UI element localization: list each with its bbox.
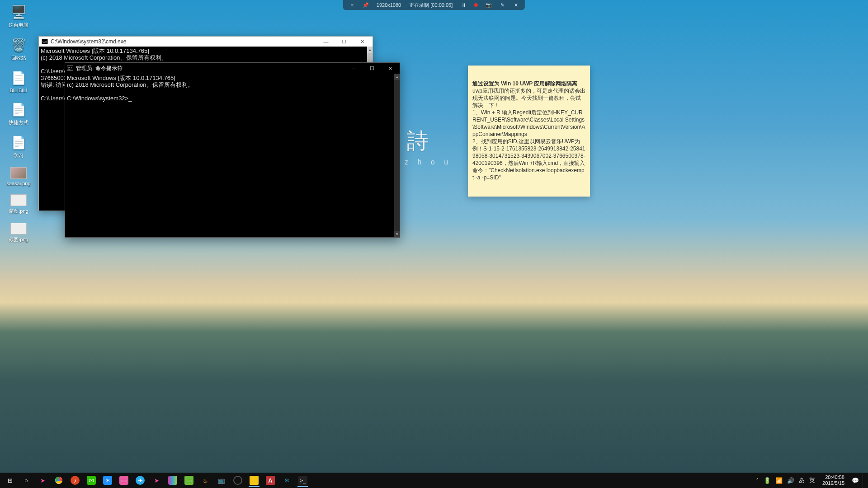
start-button[interactable]: ⊞ [3, 474, 17, 487]
system-tray: ˄ 🔋 📶 🔊 あ 英 20:40:58 2019/5/15 💬 [754, 474, 861, 486]
note-icon [250, 476, 259, 485]
cmd-icon: C:\ [67, 66, 73, 71]
taskbar-app[interactable]: ➤ [35, 474, 50, 487]
icon-label: 这台电脑 [9, 22, 28, 28]
scroll-down-icon[interactable]: ▾ [394, 231, 400, 237]
doc-icon: 📄 [10, 101, 27, 117]
tray-chevron-icon[interactable]: ˄ [756, 477, 759, 484]
flame-icon: ♨ [201, 476, 210, 485]
sticky-note[interactable]: 通过设置为 Win 10 UWP 应用解除网络隔离 uwp应用我用的还挺多的，可… [468, 66, 590, 197]
taskbar-app-sticky-notes[interactable] [247, 474, 261, 487]
a-icon: A [266, 476, 275, 485]
date-label: 2019/5/15 [822, 480, 844, 486]
cursor-icon: ➤ [152, 476, 161, 485]
taskbar-app-chrome[interactable] [52, 474, 66, 487]
volume-icon[interactable]: 🔊 [787, 477, 794, 484]
menu-icon[interactable]: ≡ [349, 2, 355, 8]
resolution-label: 868x488 [377, 2, 401, 8]
taskbar-app[interactable]: 📺 [214, 474, 229, 487]
close-icon[interactable]: ✕ [513, 2, 519, 8]
ime-lang-icon[interactable]: 英 [809, 476, 815, 484]
doc-icon: 📄 [10, 134, 27, 150]
desktop-icon-image[interactable]: saasai.png [5, 167, 33, 186]
plane-icon: ✈ [136, 476, 145, 485]
scroll-up-icon[interactable]: ▴ [394, 74, 400, 80]
icon-label: 回收站 [11, 55, 26, 61]
bin-icon: 🗑️ [10, 37, 27, 53]
ime-mode-icon[interactable]: あ [799, 476, 805, 484]
note-body: uwp应用我用的还挺多的，可是走代理的话会出现无法联网的问题。今天找到一篇教程，… [472, 88, 585, 181]
taskbar-app[interactable]: ♨ [198, 474, 212, 487]
app-icon: ▭ [119, 476, 128, 485]
icon-label: 学习 [14, 152, 24, 159]
titlebar[interactable]: C:\ C:\Windows\system32\cmd.exe — ☐ ✕ [39, 37, 373, 47]
snow-icon: ❄ [282, 476, 291, 485]
pc-icon: 🖥️ [10, 4, 27, 20]
image-icon [10, 223, 27, 235]
scroll-up-icon[interactable]: ▴ [367, 47, 373, 53]
circle-icon: ○ [22, 476, 31, 485]
camera-icon[interactable]: 📷 [486, 2, 491, 8]
scrollbar[interactable]: ▴ ▾ [394, 74, 400, 237]
terminal-output[interactable]: Microsoft Windows [版本 10.0.17134.765] (c… [65, 74, 394, 237]
icon-label: 缩图.png [9, 208, 28, 215]
chat-icon: ✉ [87, 476, 96, 485]
pause-icon[interactable]: ⏸ [461, 2, 466, 8]
windows-icon: ⊞ [5, 476, 14, 485]
desktop-icon-shortcut[interactable]: 📄快捷方式 [5, 101, 33, 126]
maximize-button[interactable]: ☐ [336, 37, 352, 47]
clock[interactable]: 20:40:58 2019/5/15 [820, 474, 847, 486]
cmd-admin-window[interactable]: C:\ 管理员: 命令提示符 — ☐ ✕ Microsoft Windows [… [65, 62, 400, 238]
desktop-icon-study[interactable]: 📄学习 [5, 134, 33, 159]
taskbar-app[interactable]: ❄ [279, 474, 294, 487]
record-icon [233, 476, 242, 485]
taskbar-app-obs[interactable] [231, 474, 245, 487]
taskbar-app-explorer[interactable]: ▭ [182, 474, 196, 487]
battery-icon[interactable]: 🔋 [764, 477, 771, 484]
record-icon[interactable] [474, 3, 478, 7]
icon-label: BILIBILI [9, 88, 27, 93]
wallpaper-subtext: z h o u [405, 158, 452, 166]
cortana-button[interactable]: ○ [19, 474, 33, 487]
folder-icon: ▭ [184, 476, 193, 485]
doc-icon: 📄 [10, 70, 27, 86]
taskbar-app[interactable]: ✶ [100, 474, 115, 487]
desktop-icon-bilibili[interactable]: 📄BILIBILI [5, 70, 33, 93]
maximize-button[interactable]: ☐ [364, 63, 380, 73]
taskbar-app-telegram[interactable]: ✈ [133, 474, 147, 487]
minimize-button[interactable]: — [346, 63, 362, 73]
minimize-button[interactable]: — [318, 37, 334, 47]
desktop-icon-image[interactable]: 截图.png [5, 223, 33, 243]
desktop-icon-recycle-bin[interactable]: 🗑️回收站 [5, 37, 33, 61]
desktop-icon-image[interactable]: 缩图.png [5, 194, 33, 215]
icon-label: 快捷方式 [9, 119, 28, 126]
notification-icon[interactable]: 💬 [852, 477, 859, 484]
tv-icon: 📺 [217, 476, 226, 485]
taskbar-app-autodesk[interactable]: A [263, 474, 278, 487]
note-title: 通过设置为 Win 10 UWP 应用解除网络隔离 [472, 80, 577, 87]
recording-status: 正在录制 [00:00:05] [409, 2, 453, 9]
close-button[interactable]: ✕ [354, 37, 370, 47]
taskbar-app-netease[interactable]: ♪ [68, 474, 82, 487]
taskbar-app[interactable]: ➤ [149, 474, 164, 487]
music-icon: ♪ [71, 476, 80, 485]
taskbar-app-terminal[interactable]: >_ [296, 474, 310, 487]
time-label: 20:40:58 [825, 474, 844, 480]
pin-icon[interactable]: 📌 [363, 2, 368, 8]
stripes-icon [168, 476, 177, 485]
image-icon [10, 167, 27, 179]
desktop-icon-this-pc[interactable]: 🖥️这台电脑 [5, 4, 33, 28]
taskbar-app-wechat[interactable]: ✉ [84, 474, 99, 487]
cursor-icon: ➤ [38, 476, 47, 485]
titlebar[interactable]: C:\ 管理员: 命令提示符 — ☐ ✕ [65, 63, 400, 74]
pen-icon[interactable]: ✎ [500, 2, 505, 8]
chrome-icon [54, 476, 63, 485]
taskbar-app[interactable] [165, 474, 180, 487]
taskbar-app[interactable]: ▭ [117, 474, 131, 487]
star-icon: ✶ [103, 476, 112, 485]
show-desktop-button[interactable] [863, 473, 865, 488]
wifi-icon[interactable]: 📶 [775, 477, 783, 484]
recording-toolbar: ≡ 📌 868x488 正在录制 [00:00:05] ⏸ 📷 ✎ ✕ [343, 0, 525, 10]
close-button[interactable]: ✕ [382, 63, 398, 73]
icon-label: saasai.png [6, 181, 30, 186]
